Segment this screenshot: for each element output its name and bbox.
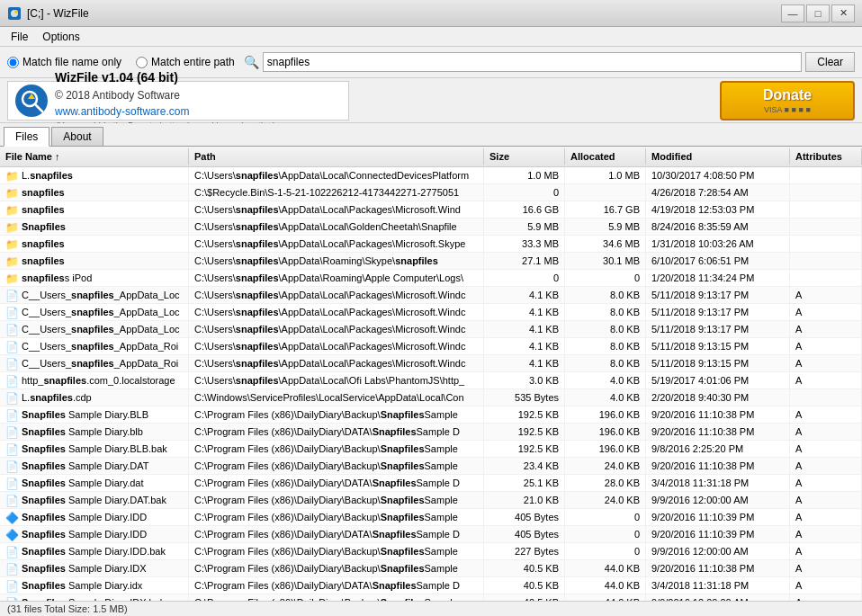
table-row[interactable]: 📄Snapfiles Sample Diary.IDX.bak C:\Progr… (0, 594, 862, 601)
table-row[interactable]: 📁snapfiles C:\Users\snapfiles\AppData\Lo… (0, 201, 862, 219)
table-row[interactable]: 📄http_snapfiles.com_0.localstorage C:\Us… (0, 372, 862, 389)
search-input[interactable] (263, 52, 803, 72)
radio-filename[interactable] (7, 57, 19, 68)
table-row[interactable]: 🔷Snapfiles Sample Diary.IDD C:\Program F… (0, 526, 862, 543)
file-icon: 📄 (5, 357, 18, 370)
logo-area: WizFile v1.04 (64 bit) © 2018 Antibody S… (7, 81, 349, 121)
tab-files[interactable]: Files (4, 127, 49, 147)
table-body[interactable]: 📁L.snapfiles C:\Users\snapfiles\AppData\… (0, 167, 862, 601)
table-row[interactable]: 📄C__Users_snapfiles_AppData_Roi C:\Users… (0, 338, 862, 355)
cell-filename: 📄Snapfiles Sample Diary.DAT (0, 458, 189, 474)
table-row[interactable]: 📄Snapfiles Sample Diary.BLB.bak C:\Progr… (0, 441, 862, 458)
table-row[interactable]: 📄Snapfiles Sample Diary.idx C:\Program F… (0, 577, 862, 594)
cell-path: C:\Users\snapfiles\AppData\Roaming\Skype… (189, 253, 484, 269)
app-window: [C;] - WizFile — □ ✕ File Options Match … (0, 0, 862, 616)
radio-fullpath-label[interactable]: Match entire path (136, 56, 235, 68)
radio-fullpath[interactable] (136, 57, 148, 68)
cell-attributes: A (790, 372, 862, 388)
table-row[interactable]: 📄Snapfiles Sample Diary.blb C:\Program F… (0, 424, 862, 441)
th-size[interactable]: Size (484, 148, 565, 165)
donate-button[interactable]: Donate VISA ■ ■ ■ ■ (720, 81, 855, 121)
minimize-button[interactable]: — (781, 4, 804, 22)
cell-modified: 9/9/2016 12:00:00 AM (646, 543, 790, 559)
cell-path: C:\Program Files (x86)\DailyDiary\DATA\S… (189, 475, 484, 491)
close-button[interactable]: ✕ (831, 4, 855, 22)
cell-attributes: A (790, 424, 862, 440)
menu-file[interactable]: File (4, 29, 35, 45)
cell-modified: 5/11/2018 9:13:15 PM (646, 355, 790, 371)
cell-path: C:\Windows\ServiceProfiles\LocalService\… (189, 389, 484, 406)
cell-attributes: A (790, 475, 862, 491)
table-row[interactable]: 📄C__Users_snapfiles_AppData_Roi C:\Users… (0, 355, 862, 372)
cell-path: C:\Program Files (x86)\DailyDiary\DATA\S… (189, 424, 484, 440)
cell-attributes (790, 253, 862, 269)
cell-modified: 5/11/2018 9:13:17 PM (646, 321, 790, 337)
table-row[interactable]: 📁snapfiles C:\Users\snapfiles\AppData\Ro… (0, 253, 862, 270)
table-row[interactable]: 📄L.snapfiles.cdp C:\Windows\ServiceProfi… (0, 389, 862, 406)
th-attributes[interactable]: Attributes (790, 148, 862, 165)
cell-allocated: 196.0 KB (565, 441, 646, 457)
th-path[interactable]: Path (189, 148, 484, 165)
file-icon: 📄 (5, 579, 18, 592)
cell-path: C:\Users\snapfiles\AppData\Local\Package… (189, 201, 484, 218)
table-row[interactable]: 📄Snapfiles Sample Diary.IDD.bak C:\Progr… (0, 543, 862, 560)
table-row[interactable]: 📄C__Users_snapfiles_AppData_Loc C:\Users… (0, 304, 862, 321)
cell-allocated: 4.0 KB (565, 372, 646, 388)
table-row[interactable]: 📄C__Users_snapfiles_AppData_Loc C:\Users… (0, 321, 862, 338)
table-row[interactable]: 📁Snapfiles C:\Users\snapfiles\AppData\Lo… (0, 219, 862, 236)
cell-path: C:\Program Files (x86)\DailyDiary\Backup… (189, 509, 484, 525)
cell-modified: 3/4/2018 11:31:18 PM (646, 475, 790, 491)
cell-filename: 📄C__Users_snapfiles_AppData_Loc (0, 287, 189, 303)
cell-path: C:\Users\snapfiles\AppData\Roaming\Apple… (189, 270, 484, 286)
table-row[interactable]: 📄C__Users_snapfiles_AppData_Loc C:\Users… (0, 287, 862, 304)
menu-options[interactable]: Options (35, 29, 86, 45)
cell-modified: 9/9/2016 12:00:00 AM (646, 594, 790, 601)
search-input-group: 🔍 Clear (244, 52, 855, 72)
table-row[interactable]: 🔷Snapfiles Sample Diary.IDD C:\Program F… (0, 509, 862, 526)
cell-filename: 🔷Snapfiles Sample Diary.IDD (0, 509, 189, 525)
cell-allocated: 8.0 KB (565, 355, 646, 371)
cell-size: 192.5 KB (484, 424, 565, 440)
table-row[interactable]: 📄Snapfiles Sample Diary.DAT C:\Program F… (0, 458, 862, 475)
maximize-button[interactable]: □ (806, 4, 830, 22)
cell-size: 25.1 KB (484, 475, 565, 491)
cell-size: 3.0 KB (484, 372, 565, 388)
website-link[interactable]: www.antibody-software.com (55, 105, 189, 118)
cell-modified: 3/4/2018 11:31:18 PM (646, 577, 790, 594)
cell-allocated: 0 (565, 270, 646, 286)
file-icon: 📄 (5, 306, 18, 318)
table-row[interactable]: 📁snapfiles C:\$Recycle.Bin\S-1-5-21-1022… (0, 184, 862, 201)
clear-button[interactable]: Clear (805, 52, 855, 72)
idd-icon: 🔷 (5, 511, 18, 523)
table-row[interactable]: 📄Snapfiles Sample Diary.DAT.bak C:\Progr… (0, 492, 862, 509)
title-bar-controls: — □ ✕ (781, 4, 855, 22)
table-row[interactable]: 📄Snapfiles Sample Diary.IDX C:\Program F… (0, 560, 862, 577)
file-icon: 📄 (5, 545, 18, 558)
title-bar: [C;] - WizFile — □ ✕ (0, 0, 862, 27)
app-icon (7, 6, 22, 21)
cell-path: C:\Users\snapfiles\AppData\Local\Package… (189, 338, 484, 354)
cell-attributes: A (790, 509, 862, 525)
cell-modified: 9/20/2016 11:10:38 PM (646, 406, 790, 423)
th-filename[interactable]: File Name ↑ (0, 148, 189, 165)
th-allocated[interactable]: Allocated (565, 148, 646, 165)
cell-attributes: A (790, 577, 862, 594)
cell-attributes (790, 184, 862, 201)
table-row[interactable]: 📁L.snapfiles C:\Users\snapfiles\AppData\… (0, 167, 862, 184)
radio-filename-label[interactable]: Match file name only (7, 56, 121, 68)
table-row[interactable]: 📄Snapfiles Sample Diary.dat C:\Program F… (0, 475, 862, 492)
th-modified[interactable]: Modified (646, 148, 790, 165)
cell-allocated: 0 (565, 509, 646, 525)
cell-modified: 9/20/2016 11:10:39 PM (646, 509, 790, 525)
table-container: File Name ↑ Path Size Allocated Modified… (0, 147, 862, 601)
cell-filename: 📄Snapfiles Sample Diary.idx (0, 577, 189, 594)
app-name: WizFile v1.04 (64 bit) (55, 70, 178, 85)
table-row[interactable]: 📄Snapfiles Sample Diary.BLB C:\Program F… (0, 406, 862, 424)
cell-allocated: 196.0 KB (565, 406, 646, 423)
table-row[interactable]: 📁snapfiless iPod C:\Users\snapfiles\AppD… (0, 270, 862, 287)
table-row[interactable]: 📁snapfiles C:\Users\snapfiles\AppData\Lo… (0, 236, 862, 253)
tab-about[interactable]: About (51, 127, 103, 146)
cell-modified: 5/11/2018 9:13:17 PM (646, 287, 790, 303)
file-icon: 📄 (5, 562, 18, 575)
cell-filename: 📁L.snapfiles (0, 167, 189, 183)
